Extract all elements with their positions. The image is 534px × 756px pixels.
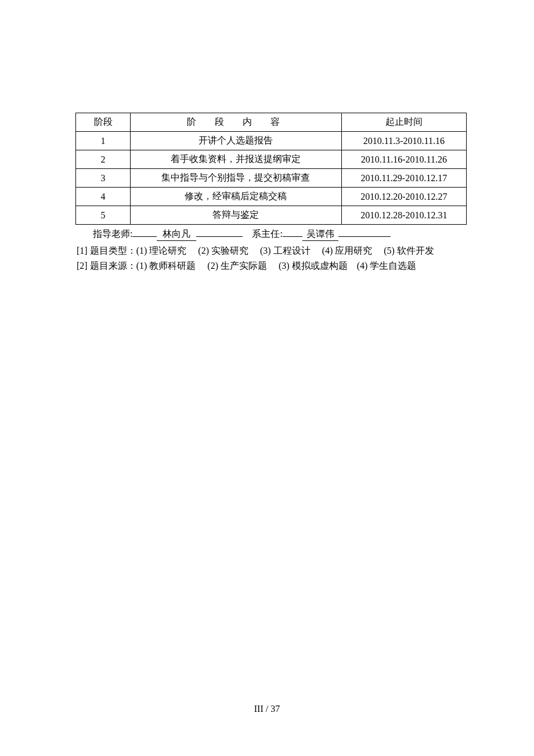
- cell-phase: 2: [76, 150, 131, 169]
- cell-phase: 3: [76, 169, 131, 188]
- cell-phase: 4: [76, 188, 131, 206]
- cell-time: 2010.12.20-2010.12.27: [341, 188, 466, 206]
- note-line-2: [2] 题目来源：(1) 教师科研题 (2) 生产实际题 (3) 模拟或虚构题 …: [77, 258, 466, 273]
- page-content: 阶段 阶 段 内 容 起止时间 1 开讲个人选题报告 2010.11.3-201…: [0, 0, 534, 273]
- underline-blank: [283, 236, 302, 237]
- schedule-table: 阶段 阶 段 内 容 起止时间 1 开讲个人选题报告 2010.11.3-201…: [75, 113, 467, 225]
- underline-blank: [132, 236, 157, 237]
- cell-content: 答辩与鉴定: [131, 206, 341, 225]
- cell-content: 集中指导与个别指导，提交初稿审查: [131, 169, 341, 188]
- underline-blank: [196, 236, 243, 237]
- cell-time: 2010.11.29-2010.12.17: [341, 169, 466, 188]
- cell-content: 开讲个人选题报告: [131, 132, 341, 150]
- table-row: 2 着手收集资料，并报送提纲审定 2010.11.16-2010.11.26: [76, 150, 467, 169]
- header-phase: 阶段: [76, 113, 131, 132]
- cell-phase: 5: [76, 206, 131, 225]
- underline-blank: [338, 236, 391, 237]
- dept-head-name: 吴谭伟: [302, 228, 338, 241]
- cell-time: 2010.12.28-2010.12.31: [341, 206, 466, 225]
- table-row: 4 修改，经审稿后定稿交稿 2010.12.20-2010.12.27: [76, 188, 467, 206]
- table-row: 5 答辩与鉴定 2010.12.28-2010.12.31: [76, 206, 467, 225]
- advisor-name: 林向凡: [157, 228, 196, 241]
- table-header-row: 阶段 阶 段 内 容 起止时间: [76, 113, 467, 132]
- cell-phase: 1: [76, 132, 131, 150]
- cell-time: 2010.11.3-2010.11.16: [341, 132, 466, 150]
- dept-head-label: 系主任:: [252, 229, 282, 239]
- advisor-label: 指导老师:: [93, 229, 132, 239]
- notes-section: [1] 题目类型：(1) 理论研究 (2) 实验研究 (3) 工程设计 (4) …: [75, 243, 467, 273]
- cell-content: 着手收集资料，并报送提纲审定: [131, 150, 341, 169]
- table-row: 3 集中指导与个别指导，提交初稿审查 2010.11.29-2010.12.17: [76, 169, 467, 188]
- table-row: 1 开讲个人选题报告 2010.11.3-2010.11.16: [76, 132, 467, 150]
- cell-content: 修改，经审稿后定稿交稿: [131, 188, 341, 206]
- signature-line: 指导老师:林向凡 系主任:吴谭伟: [75, 226, 467, 243]
- header-time: 起止时间: [341, 113, 466, 132]
- page-number: III / 37: [0, 704, 534, 714]
- note-line-1: [1] 题目类型：(1) 理论研究 (2) 实验研究 (3) 工程设计 (4) …: [77, 243, 466, 258]
- cell-time: 2010.11.16-2010.11.26: [341, 150, 466, 169]
- header-content: 阶 段 内 容: [131, 113, 341, 132]
